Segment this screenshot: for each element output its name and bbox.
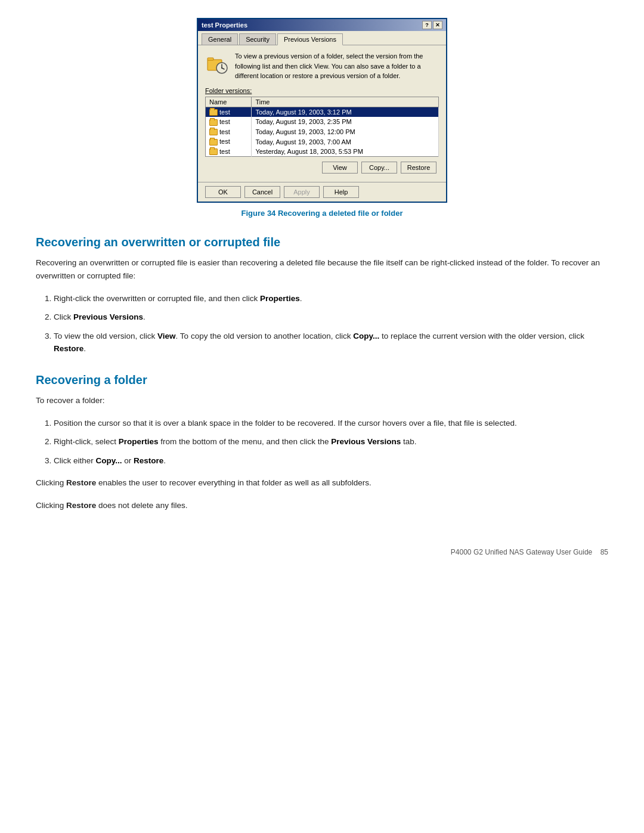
svg-point-5 xyxy=(221,67,222,69)
col-time: Time xyxy=(252,97,439,107)
test-properties-dialog: test Properties ? ✕ General Security Pre… xyxy=(197,18,447,203)
row-time: Today, August 19, 2003, 3:12 PM xyxy=(252,107,439,117)
bold-previous-versions-2: Previous Versions xyxy=(331,437,401,446)
tab-previous-versions[interactable]: Previous Versions xyxy=(277,33,343,45)
folder-icon xyxy=(209,148,218,155)
dialog-titlebar: test Properties ? ✕ xyxy=(198,19,446,31)
row-time: Yesterday, August 18, 2003, 5:53 PM xyxy=(252,147,439,157)
row-name: test xyxy=(206,117,252,127)
view-button[interactable]: View xyxy=(322,162,358,174)
folder-step-1: Position the cursor so that it is over a… xyxy=(54,417,608,430)
footer-buttons: OK Cancel Apply Help xyxy=(205,186,359,198)
folder-icon xyxy=(209,129,218,135)
folder-icon xyxy=(209,119,218,126)
table-row[interactable]: testToday, August 19, 2003, 12:00 PM xyxy=(206,127,439,137)
step-1: Right-click the overwritten or corrupted… xyxy=(54,292,608,305)
section-folder-heading: Recovering a folder xyxy=(36,373,608,387)
titlebar-buttons: ? ✕ xyxy=(422,21,442,29)
section-folder-steps: Position the cursor so that it is over a… xyxy=(54,417,608,467)
help-dialog-button[interactable]: Help xyxy=(323,186,359,198)
row-name: test xyxy=(206,127,252,137)
ok-button[interactable]: OK xyxy=(205,186,241,198)
row-name: test xyxy=(206,107,252,117)
cancel-button[interactable]: Cancel xyxy=(244,186,280,198)
folder-note-2: Clicking Restore does not delete any fil… xyxy=(36,499,608,512)
dialog-body: To view a previous version of a folder, … xyxy=(198,45,446,182)
versions-table: Name Time testToday, August 19, 2003, 3:… xyxy=(205,97,439,157)
bold-view: View xyxy=(157,332,176,340)
figure-caption: Figure 34 Recovering a deleted file or f… xyxy=(36,209,608,218)
folder-step-3: Click either Copy... or Restore. xyxy=(54,454,608,467)
step-2: Click Previous Versions. xyxy=(54,311,608,324)
bold-restore-note2: Restore xyxy=(66,501,96,510)
folder-step-2: Right-click, select Properties from the … xyxy=(54,435,608,448)
section-overwritten-heading: Recovering an overwritten or corrupted f… xyxy=(36,236,608,249)
table-row[interactable]: testToday, August 19, 2003, 7:00 AM xyxy=(206,137,439,147)
action-buttons: View Copy... Restore xyxy=(205,157,439,176)
tab-security[interactable]: Security xyxy=(239,33,276,45)
footer-text: P4000 G2 Unified NAS Gateway User Guide … xyxy=(451,548,608,556)
info-row: To view a previous version of a folder, … xyxy=(205,51,439,81)
col-name: Name xyxy=(206,97,252,107)
row-time: Today, August 19, 2003, 12:00 PM xyxy=(252,127,439,137)
bold-previous-versions: Previous Versions xyxy=(73,312,143,321)
section-overwritten-steps: Right-click the overwritten or corrupted… xyxy=(54,292,608,355)
apply-button[interactable]: Apply xyxy=(284,186,320,198)
dialog-tabs: General Security Previous Versions xyxy=(198,31,446,45)
close-button[interactable]: ✕ xyxy=(433,21,442,29)
row-time: Today, August 19, 2003, 7:00 AM xyxy=(252,137,439,147)
table-row[interactable]: testYesterday, August 18, 2003, 5:53 PM xyxy=(206,147,439,157)
section-overwritten: Recovering an overwritten or corrupted f… xyxy=(36,236,608,355)
folder-icon xyxy=(209,139,218,145)
help-button[interactable]: ? xyxy=(422,21,432,29)
row-name: test xyxy=(206,137,252,147)
restore-button[interactable]: Restore xyxy=(401,162,436,174)
step-3: To view the old version, click View. To … xyxy=(54,330,608,355)
tab-general[interactable]: General xyxy=(202,33,238,45)
dialog-title: test Properties xyxy=(202,21,247,29)
table-row[interactable]: testToday, August 19, 2003, 3:12 PM xyxy=(206,107,439,117)
page-footer: P4000 G2 Unified NAS Gateway User Guide … xyxy=(36,548,608,556)
folder-note-1: Clicking Restore enables the user to rec… xyxy=(36,476,608,490)
table-row[interactable]: testToday, August 19, 2003, 2:35 PM xyxy=(206,117,439,127)
section-folder-body: To recover a folder: xyxy=(36,394,608,407)
bold-restore-note1: Restore xyxy=(66,478,96,487)
svg-rect-1 xyxy=(208,58,213,60)
row-time: Today, August 19, 2003, 2:35 PM xyxy=(252,117,439,127)
dialog-footer: OK Cancel Apply Help xyxy=(198,182,446,202)
folder-icon xyxy=(209,109,218,116)
row-name: test xyxy=(206,147,252,157)
info-text: To view a previous version of a folder, … xyxy=(235,51,439,81)
bold-restore-2: Restore xyxy=(134,456,163,465)
bold-restore-1: Restore xyxy=(54,344,83,353)
bold-copy: Copy... xyxy=(353,332,379,340)
section-overwritten-body: Recovering an overwritten or corrupted f… xyxy=(36,256,608,282)
section-folder: Recovering a folder To recover a folder:… xyxy=(36,373,608,512)
bold-properties-2: Properties xyxy=(119,437,159,446)
dialog-wrapper: test Properties ? ✕ General Security Pre… xyxy=(36,18,608,203)
folder-clock-icon xyxy=(205,51,229,75)
bold-copy-2: Copy... xyxy=(96,456,122,465)
copy-button[interactable]: Copy... xyxy=(361,162,397,174)
bold-properties-1: Properties xyxy=(260,294,300,303)
folder-versions-label: Folder versions: xyxy=(205,87,439,94)
